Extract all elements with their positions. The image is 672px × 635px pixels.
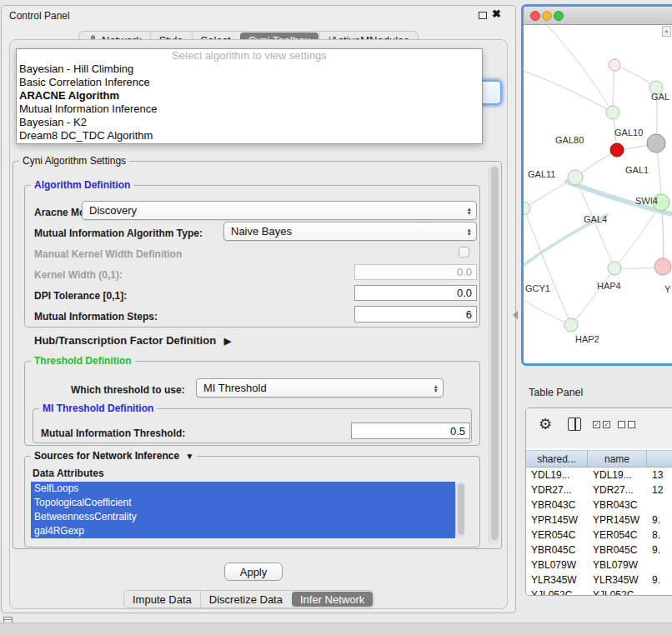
network-node[interactable] bbox=[610, 143, 624, 157]
node-label-gal11: GAL11 bbox=[528, 169, 555, 179]
attributes-list-scrollbar[interactable] bbox=[455, 482, 465, 538]
mi-threshold-field[interactable]: 0.5 bbox=[351, 422, 470, 439]
minimize-traffic-light[interactable] bbox=[542, 11, 552, 21]
table-row[interactable]: YBR045CYBR045C9. bbox=[526, 542, 672, 558]
chevron-updown-icon: ▲▼ bbox=[467, 228, 472, 236]
network-canvas[interactable]: GAL80GAL10GAL11GAL1SWI4GAL4GCY1HAP4HAP2Y… bbox=[524, 25, 672, 363]
manual-kernel-width-checkbox[interactable] bbox=[459, 247, 469, 258]
algorithm-option-aracne-algorithm[interactable]: ARACNE Algorithm bbox=[17, 89, 482, 102]
network-edge[interactable] bbox=[524, 300, 571, 325]
field-value: 0.0 bbox=[457, 287, 472, 299]
network-node[interactable] bbox=[608, 262, 621, 275]
float-window-icon[interactable] bbox=[479, 12, 487, 19]
network-node[interactable] bbox=[647, 134, 665, 152]
table-row[interactable]: YJL052CYJL052C bbox=[526, 588, 672, 596]
attribute-item-gal4rgexp[interactable]: gal4RGexp bbox=[31, 524, 455, 538]
table-cell: 9. bbox=[647, 542, 672, 558]
select-all-icon[interactable]: ✓✓ bbox=[593, 421, 610, 428]
algorithm-option-dream8-dc-tdc-algorithm[interactable]: Dream8 DC_TDC Algorithm bbox=[17, 129, 482, 142]
kernel-width-field[interactable]: 0.0 bbox=[354, 264, 477, 280]
dpi-tolerance-field[interactable]: 0.0 bbox=[354, 285, 477, 301]
node-label-gal: GAL bbox=[651, 92, 669, 102]
algorithm-option-basic-correlation-inference[interactable]: Basic Correlation Inference bbox=[17, 76, 482, 89]
tab-infer-network[interactable]: Infer Network bbox=[292, 592, 373, 607]
dpi-tolerance-label: DPI Tolerance [0,1]: bbox=[34, 290, 127, 302]
close-traffic-light[interactable] bbox=[530, 11, 540, 21]
mi-steps-label: Mutual Information Steps: bbox=[34, 311, 158, 322]
mi-threshold-label: Mutual Information Threshold: bbox=[41, 428, 185, 439]
tab-label: Infer Network bbox=[300, 593, 364, 606]
which-threshold-combobox[interactable]: MI Threshold ▲▼ bbox=[196, 378, 444, 398]
kernel-width-label: Kernel Width (0,1): bbox=[34, 269, 123, 281]
hub-definition-toggle[interactable]: Hub/Transcription Factor Definition ▶ bbox=[34, 334, 231, 347]
tab-impute-data[interactable]: Impute Data bbox=[124, 591, 200, 608]
algorithm-popup-placeholder: Select algorithm to view settings bbox=[17, 49, 482, 62]
network-node[interactable] bbox=[654, 258, 671, 275]
field-value: 6 bbox=[466, 308, 472, 321]
mi-algorithm-type-combobox[interactable]: Naive Bayes ▲▼ bbox=[223, 222, 477, 241]
group-title: Cyni Algorithm Settings bbox=[19, 155, 129, 167]
attribute-item-selfloops[interactable]: SelfLoops bbox=[31, 482, 455, 496]
network-window-titlebar[interactable] bbox=[524, 7, 672, 25]
network-edge[interactable] bbox=[571, 268, 614, 325]
network-edge[interactable] bbox=[613, 65, 614, 112]
column-layout-icon[interactable] bbox=[568, 418, 581, 431]
network-node[interactable] bbox=[568, 170, 583, 185]
network-edge[interactable] bbox=[614, 65, 656, 88]
data-attributes-list[interactable]: SelfLoopsTopologicalCoefficientBetweenne… bbox=[31, 482, 455, 538]
table-row[interactable]: YLR345WYLR345W9. bbox=[526, 572, 672, 588]
table-toolbar: ⚙ ✓✓ bbox=[526, 408, 672, 448]
settings-scrollbar-thumb[interactable] bbox=[491, 167, 499, 540]
group-title: Algorithm Definition bbox=[31, 179, 133, 191]
algorithm-option-mutual-information-inference[interactable]: Mutual Information Inference bbox=[17, 102, 482, 116]
chevron-updown-icon: ▲▼ bbox=[467, 207, 472, 215]
network-node[interactable] bbox=[609, 59, 620, 71]
network-node[interactable] bbox=[524, 202, 530, 215]
manual-kernel-width-label: Manual Kernel Width Definition bbox=[34, 248, 182, 260]
collapse-splitter-icon[interactable] bbox=[513, 311, 518, 319]
table-row[interactable]: YBL079WYBL079W bbox=[526, 558, 672, 572]
column-header-2[interactable] bbox=[647, 450, 672, 468]
table-cell: YPR145W bbox=[526, 512, 588, 528]
table-row[interactable]: YDL19...YDL19...13 bbox=[526, 468, 672, 482]
tab-discretize-data[interactable]: Discretize Data bbox=[200, 591, 291, 608]
apply-button[interactable]: Apply bbox=[224, 562, 283, 581]
combobox-value: Discovery bbox=[89, 204, 137, 217]
attribute-item-topologicalcoefficient[interactable]: TopologicalCoefficient bbox=[31, 496, 455, 510]
table-row[interactable]: YBR043CYBR043C bbox=[526, 498, 672, 512]
algorithm-option-bayesian-k2[interactable]: Bayesian - K2 bbox=[17, 116, 482, 129]
window-title: Control Panel bbox=[9, 10, 70, 22]
aracne-mode-combobox[interactable]: Discovery ▲▼ bbox=[82, 201, 477, 220]
node-label-gcy1: GCY1 bbox=[525, 283, 550, 293]
network-node[interactable] bbox=[606, 106, 619, 119]
column-header-shared[interactable]: shared... bbox=[526, 450, 588, 468]
table-row[interactable]: YDR27...YDR27...12 bbox=[526, 482, 672, 498]
table-row[interactable]: YER054CYER054C8. bbox=[526, 528, 672, 542]
column-header-name[interactable]: name bbox=[588, 450, 647, 468]
table-row[interactable]: YPR145WYPR145W9. bbox=[526, 512, 672, 528]
close-window-icon[interactable]: ✖ bbox=[492, 8, 501, 20]
sources-group-title[interactable]: Sources for Network Inference ▼ bbox=[31, 450, 197, 462]
settings-scrollbar[interactable] bbox=[489, 165, 499, 545]
table-cell bbox=[647, 588, 672, 596]
deselect-all-icon[interactable] bbox=[618, 421, 635, 428]
attributes-list-scrollbar-thumb[interactable] bbox=[458, 483, 464, 535]
node-label-gal80: GAL80 bbox=[555, 135, 584, 145]
table-panel-title: Table Panel bbox=[529, 387, 583, 398]
table-cell bbox=[647, 558, 672, 572]
network-edge[interactable] bbox=[547, 25, 613, 112]
settings-gear-icon[interactable]: ⚙ bbox=[539, 416, 552, 432]
control-panel-window: Control Panel ✖ NetworkStyleSelectCyni T… bbox=[1, 5, 516, 613]
network-edge[interactable] bbox=[524, 208, 571, 325]
zoom-traffic-light[interactable] bbox=[554, 11, 564, 21]
network-view-window: GAL80GAL10GAL11GAL1SWI4GAL4GCY1HAP4HAP2Y… bbox=[521, 4, 672, 366]
network-node[interactable] bbox=[564, 318, 578, 332]
group-title: Threshold Definition bbox=[31, 355, 135, 367]
mi-steps-field[interactable]: 6 bbox=[354, 306, 477, 322]
algorithm-option-bayesian-hill-climbing[interactable]: Bayesian - Hill Climbing bbox=[17, 62, 482, 76]
table-cell: 9. bbox=[647, 512, 672, 528]
network-scrollbar-stub[interactable]: ▲ bbox=[662, 26, 671, 37]
attribute-item-betweennesscentrality[interactable]: BetweennessCentrality bbox=[31, 510, 455, 524]
network-edge[interactable] bbox=[614, 202, 661, 268]
bottom-tabs: Impute DataDiscretize DataInfer Network bbox=[123, 590, 374, 608]
